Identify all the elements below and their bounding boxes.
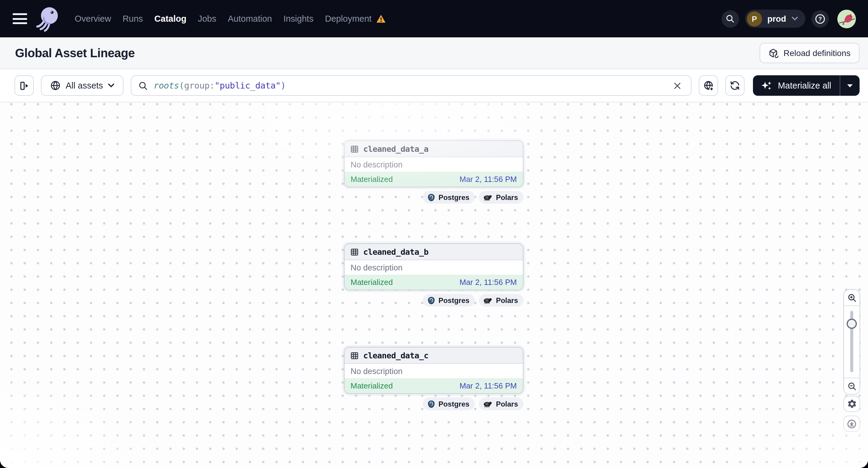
asset-node-header: cleaned_data_a bbox=[345, 141, 523, 157]
reload-definitions-button[interactable]: Reload definitions bbox=[759, 43, 860, 63]
zoom-in-button[interactable] bbox=[844, 290, 860, 305]
zoom-slider[interactable] bbox=[844, 305, 860, 378]
nav-item-overview[interactable]: Overview bbox=[75, 14, 111, 24]
postgres-icon bbox=[427, 296, 435, 305]
asset-selection-input[interactable]: roots(group:"public_data") bbox=[131, 75, 692, 96]
open-side-panel-button[interactable] bbox=[14, 75, 34, 96]
download-graph-button[interactable] bbox=[843, 415, 860, 432]
page-title: Global Asset Lineage bbox=[15, 46, 135, 60]
tag-label: Polars bbox=[496, 400, 518, 408]
clear-query-button[interactable] bbox=[670, 78, 685, 93]
search-icon bbox=[725, 14, 735, 24]
lineage-toolbar: All assets roots(group:"public_data") bbox=[0, 69, 868, 102]
refresh-icon bbox=[730, 80, 741, 91]
polars-icon bbox=[484, 193, 493, 201]
top-navbar: Overview Runs Catalog Jobs Automation In… bbox=[0, 0, 868, 37]
table-icon bbox=[350, 247, 359, 256]
query-function: roots bbox=[154, 81, 179, 90]
tag-postgres[interactable]: Postgres bbox=[423, 398, 475, 410]
sparkles-icon bbox=[761, 80, 773, 91]
page-header: Global Asset Lineage Reload definitions bbox=[0, 37, 868, 69]
materialize-options-button[interactable] bbox=[840, 75, 860, 96]
zoom-controls bbox=[843, 289, 860, 395]
asset-tags: Postgres Polars bbox=[344, 398, 523, 410]
asset-status-row: Materialized Mar 2, 11:56 PM bbox=[345, 378, 523, 393]
asset-scope-label: All assets bbox=[66, 81, 103, 90]
query-open-paren: ( bbox=[179, 81, 184, 90]
globe-icon bbox=[50, 80, 61, 91]
download-icon bbox=[846, 418, 857, 429]
help-icon: ? bbox=[814, 13, 826, 24]
nav-item-deployment[interactable]: Deployment bbox=[325, 14, 386, 24]
search-icon bbox=[138, 81, 148, 91]
materialize-all-split-button: Materialize all bbox=[753, 75, 860, 96]
nav-item-automation[interactable]: Automation bbox=[228, 14, 272, 24]
asset-tags: Postgres Polars bbox=[344, 294, 523, 307]
tag-postgres[interactable]: Postgres bbox=[423, 294, 475, 307]
asset-scope-dropdown[interactable]: All assets bbox=[41, 75, 123, 96]
dagster-logo-icon[interactable] bbox=[36, 5, 60, 32]
tag-postgres[interactable]: Postgres bbox=[423, 191, 475, 204]
asset-node-cleaned-data-c[interactable]: cleaned_data_c No description Materializ… bbox=[344, 347, 523, 394]
lineage-canvas[interactable]: cleaned_data_a No description Materializ… bbox=[0, 102, 868, 468]
app-window: Overview Runs Catalog Jobs Automation In… bbox=[0, 0, 868, 468]
tag-label: Polars bbox=[496, 193, 518, 201]
asset-node-cleaned-data-b[interactable]: cleaned_data_b No description Materializ… bbox=[344, 243, 523, 290]
nav-item-runs[interactable]: Runs bbox=[123, 14, 143, 24]
global-search-button[interactable] bbox=[722, 10, 739, 27]
globe-plus-icon bbox=[703, 80, 714, 91]
svg-text:?: ? bbox=[818, 15, 822, 22]
reload-definitions-label: Reload definitions bbox=[783, 48, 850, 58]
tag-label: Postgres bbox=[438, 193, 469, 201]
query-argument-key: group: bbox=[184, 81, 214, 90]
status-badge: Materialized bbox=[350, 175, 393, 184]
tag-polars[interactable]: Polars bbox=[479, 294, 523, 307]
asset-description: No description bbox=[345, 364, 523, 378]
environment-switcher[interactable]: P prod bbox=[745, 10, 805, 28]
asset-node-header: cleaned_data_c bbox=[345, 347, 523, 364]
asset-node-group: cleaned_data_b No description Materializ… bbox=[344, 243, 523, 307]
user-avatar[interactable] bbox=[837, 9, 856, 28]
help-button[interactable]: ? bbox=[811, 10, 829, 27]
chevron-down-icon bbox=[846, 83, 854, 88]
zoom-out-button[interactable] bbox=[844, 378, 860, 394]
tag-polars[interactable]: Polars bbox=[479, 398, 523, 410]
materialize-all-label: Materialize all bbox=[778, 81, 831, 90]
asset-description: No description bbox=[345, 260, 523, 275]
asset-name: cleaned_data_a bbox=[363, 144, 428, 154]
cardinal-bird-avatar-icon bbox=[837, 9, 856, 28]
refresh-button[interactable] bbox=[725, 75, 745, 96]
environment-avatar: P bbox=[747, 11, 762, 26]
nav-item-deployment-label: Deployment bbox=[325, 14, 372, 24]
materialization-timestamp[interactable]: Mar 2, 11:56 PM bbox=[460, 278, 517, 287]
graph-settings-button[interactable] bbox=[843, 396, 860, 412]
asset-name: cleaned_data_c bbox=[363, 350, 428, 360]
table-icon bbox=[350, 351, 359, 360]
asset-name: cleaned_data_b bbox=[363, 247, 428, 257]
table-icon bbox=[350, 144, 359, 153]
selection-query: roots(group:"public_data") bbox=[154, 81, 285, 90]
query-close-paren: ) bbox=[281, 81, 286, 90]
menu-icon[interactable] bbox=[13, 13, 27, 24]
asset-node-cleaned-data-a[interactable]: cleaned_data_a No description Materializ… bbox=[344, 141, 523, 187]
nav-item-catalog[interactable]: Catalog bbox=[155, 14, 186, 24]
asset-node-group: cleaned_data_c No description Materializ… bbox=[344, 347, 523, 410]
chevron-down-icon bbox=[792, 16, 798, 21]
polars-icon bbox=[484, 297, 493, 304]
polars-icon bbox=[484, 400, 493, 408]
materialization-timestamp[interactable]: Mar 2, 11:56 PM bbox=[460, 381, 517, 390]
tag-label: Postgres bbox=[438, 400, 469, 408]
tag-polars[interactable]: Polars bbox=[479, 191, 523, 204]
materialize-all-button[interactable]: Materialize all bbox=[753, 75, 840, 96]
save-catalog-view-button[interactable] bbox=[699, 75, 718, 96]
primary-nav: Overview Runs Catalog Jobs Automation In… bbox=[75, 14, 386, 24]
box-reload-icon bbox=[768, 48, 779, 58]
nav-item-jobs[interactable]: Jobs bbox=[198, 14, 216, 24]
materialization-timestamp[interactable]: Mar 2, 11:56 PM bbox=[460, 175, 517, 184]
postgres-icon bbox=[427, 193, 435, 201]
zoom-slider-thumb[interactable] bbox=[847, 319, 857, 329]
status-badge: Materialized bbox=[350, 381, 393, 390]
tag-label: Polars bbox=[496, 296, 518, 305]
gear-icon bbox=[847, 399, 857, 409]
nav-item-insights[interactable]: Insights bbox=[283, 14, 313, 24]
